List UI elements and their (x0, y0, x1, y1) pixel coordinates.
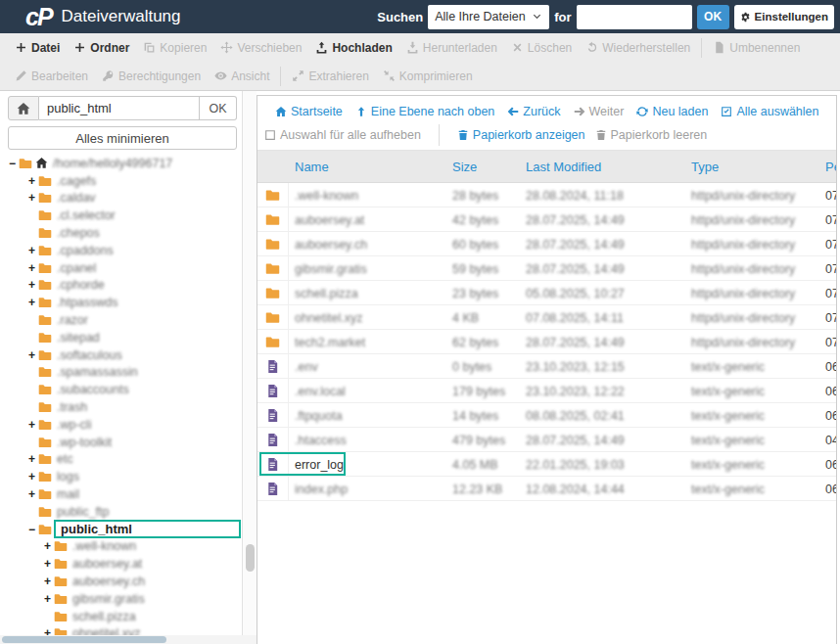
file-row-htaccess[interactable]: .htaccess479 bytes28.07.2025, 14:49text/… (257, 428, 836, 452)
column-header-permissions[interactable]: Permissions (817, 160, 837, 174)
nav-link-zur-ck[interactable]: Zurück (507, 105, 560, 118)
file-row-error-log[interactable]: error_log4.05 MB22.01.2025, 19:03text/x-… (257, 452, 836, 477)
file-permissions: 0755 (825, 287, 837, 300)
plus-expander-icon[interactable]: + (25, 418, 38, 432)
column-header-last-modified[interactable]: Last Modified (514, 160, 685, 174)
tree-item-logs[interactable]: +logs (0, 468, 242, 485)
tree-item-cpaddons[interactable]: +.cpaddons (0, 242, 242, 259)
file-row-auboersey-at[interactable]: auboersey.at42 bytes28.07.2025, 14:49htt… (257, 207, 836, 232)
file-row-index-php[interactable]: index.php12.23 KB12.08.2024, 14:44text/x… (257, 477, 836, 501)
tree-item-auboersey-ch[interactable]: +auboersey.ch (0, 573, 242, 590)
plus-expander-icon[interactable]: + (25, 174, 38, 188)
toolbar-button-herunterladen[interactable]: Herunterladen (399, 33, 504, 62)
tree-item-caldav[interactable]: +.caldav (0, 190, 242, 207)
tree-item-home-helloly4996717[interactable]: −/home/helloly4996717 (0, 155, 242, 172)
tree-item-etc[interactable]: +etc (0, 451, 242, 469)
collapse-all-button[interactable]: Alles minimieren (8, 126, 237, 150)
tree-item-htpasswds[interactable]: +.htpasswds (0, 294, 242, 311)
nav-link-neu-laden[interactable]: Neu laden (636, 105, 708, 118)
nav-link-startseite[interactable]: Startseite (275, 105, 343, 118)
tree-item-trash[interactable]: .trash (0, 398, 242, 416)
home-button[interactable] (8, 96, 39, 120)
plus-expander-icon[interactable]: + (41, 539, 54, 553)
search-scope-select[interactable]: Alle Ihre Dateien (428, 5, 549, 29)
toolbar-button-kopieren[interactable]: Kopieren (136, 33, 213, 62)
search-ok-button[interactable]: OK (697, 5, 729, 29)
tree-item-mail[interactable]: +mail (0, 485, 242, 503)
plus-expander-icon[interactable]: + (25, 244, 38, 257)
toolbar-button-datei[interactable]: Datei (8, 33, 67, 62)
file-row-ftpquota[interactable]: .ftpquota14 bytes08.08.2025, 02:41text/x… (257, 403, 836, 428)
plus-expander-icon[interactable]: + (25, 470, 38, 483)
nav-link-auswahl-f-r-alle-aufheben[interactable]: Auswahl für alle aufheben (264, 128, 421, 142)
tree-item-auboersey-at[interactable]: +auboersey.at (0, 555, 242, 573)
toolbar-button-bearbeiten[interactable]: Bearbeiten (8, 62, 95, 90)
toolbar-button-berechtigungen[interactable]: Berechtigungen (95, 62, 208, 90)
plus-expander-icon[interactable]: + (41, 575, 54, 588)
tree-item-gibsmir-gratis[interactable]: +gibsmir.gratis (0, 590, 242, 608)
tree-item-cpanel[interactable]: +.cpanel (0, 259, 242, 277)
toolbar-button-extrahieren[interactable]: Extrahieren (285, 62, 375, 90)
plus-expander-icon[interactable]: + (25, 191, 38, 205)
file-row-well-known[interactable]: .well-known28 bytes28.08.2024, 11:18http… (257, 183, 836, 207)
toolbar-button-wiederherstellen[interactable]: Wiederherstellen (579, 33, 697, 62)
plus-expander-icon[interactable]: + (25, 487, 38, 501)
file-row-ohnetitel-xyz[interactable]: ohnetitel.xyz4 KB07.08.2025, 14:11httpd/… (257, 305, 836, 330)
tree-item-wp-toolkit[interactable]: .wp-toolkit (0, 434, 242, 451)
plus-expander-icon[interactable]: + (25, 296, 38, 309)
path-ok-button[interactable]: OK (200, 96, 237, 120)
horizontal-scrollbar-thumb[interactable] (2, 636, 166, 643)
toolbar-button-umbenennen[interactable]: Umbenennen (706, 33, 807, 62)
nav-link-alle-ausw-hlen[interactable]: Alle auswählen (721, 105, 818, 118)
minus-expander-icon[interactable]: − (25, 523, 38, 536)
toolbar-button-l-schen[interactable]: Löschen (504, 33, 579, 62)
toolbar-button-ordner[interactable]: Ordner (67, 33, 136, 62)
selected-tree-item-box[interactable]: public_html (54, 520, 241, 538)
tree-item-subaccounts[interactable]: .subaccounts (0, 381, 242, 398)
file-row-schell-pizza[interactable]: schell.pizza23 bytes05.08.2025, 10:27htt… (257, 281, 836, 305)
plus-expander-icon[interactable]: + (41, 626, 54, 635)
tree-item-wp-cli[interactable]: +.wp-cli (0, 416, 242, 434)
tree-item-public-html[interactable]: −public_html (0, 521, 242, 538)
nav-link-eine-ebene-nach-oben[interactable]: Eine Ebene nach oben (355, 105, 495, 118)
tree-item-cphorde[interactable]: +.cphorde (0, 277, 242, 295)
tree-item-spamassassin[interactable]: .spamassassin (0, 364, 242, 382)
column-header-name[interactable]: Name (289, 160, 448, 174)
nav-link-papierkorb-leeren[interactable]: Papierkorb leeren (595, 128, 708, 142)
plus-expander-icon[interactable]: + (41, 592, 54, 606)
plus-expander-icon[interactable]: + (25, 261, 38, 275)
tree-item-well-known[interactable]: +.well-known (0, 538, 242, 556)
tree-item-cl-selector[interactable]: .cl.selector (0, 207, 242, 224)
tree-item-cagefs[interactable]: +.cagefs (0, 172, 242, 190)
tree-item-schell-pizza[interactable]: schell.pizza (0, 608, 242, 625)
plus-expander-icon[interactable]: + (41, 557, 54, 571)
toolbar-button-komprimieren[interactable]: Komprimieren (376, 62, 480, 90)
path-input[interactable] (39, 96, 200, 120)
toolbar-button-hochladen[interactable]: Hochladen (308, 33, 398, 62)
tree-item-public-ftp[interactable]: public_ftp (0, 503, 242, 521)
column-header-type[interactable]: Type (685, 160, 817, 174)
minus-expander-icon[interactable]: − (6, 157, 19, 170)
file-row-env[interactable]: .env0 bytes23.10.2023, 12:15text/x-gener… (257, 354, 836, 379)
tree-item-chepos[interactable]: .chepos (0, 224, 242, 242)
tree-item-razor[interactable]: .razor (0, 311, 242, 329)
toolbar-button-label: Bearbeiten (31, 69, 88, 83)
search-input[interactable] (577, 5, 692, 29)
toolbar-button-verschieben[interactable]: Verschieben (213, 33, 308, 62)
tree-scrollbar-thumb[interactable] (246, 544, 255, 572)
plus-expander-icon[interactable]: + (25, 348, 38, 362)
file-row-tech2-market[interactable]: tech2.market62 bytes28.07.2025, 14:49htt… (257, 330, 836, 354)
column-header-size[interactable]: Size (448, 160, 514, 174)
settings-button[interactable]: Einstellungen (734, 5, 834, 29)
nav-link-weiter[interactable]: Weiter (574, 105, 625, 118)
tree-item-softaculous[interactable]: +.softaculous (0, 346, 242, 364)
plus-expander-icon[interactable]: + (25, 278, 38, 292)
nav-link-papierkorb-anzeigen[interactable]: Papierkorb anzeigen (457, 128, 585, 142)
tree-item-ohnetitel-xyz[interactable]: +ohnetitel.xyz (0, 625, 242, 635)
file-row-auboersey-ch[interactable]: auboersey.ch60 bytes28.07.2025, 14:49htt… (257, 232, 836, 256)
file-row-env-local[interactable]: .env.local179 bytes23.10.2023, 12:22text… (257, 379, 836, 403)
toolbar-button-ansicht[interactable]: Ansicht (208, 62, 276, 90)
plus-expander-icon[interactable]: + (25, 452, 38, 466)
file-row-gibsmir-gratis[interactable]: gibsmir.gratis59 bytes28.07.2025, 14:49h… (257, 256, 836, 281)
tree-item-sitepad[interactable]: .sitepad (0, 329, 242, 346)
